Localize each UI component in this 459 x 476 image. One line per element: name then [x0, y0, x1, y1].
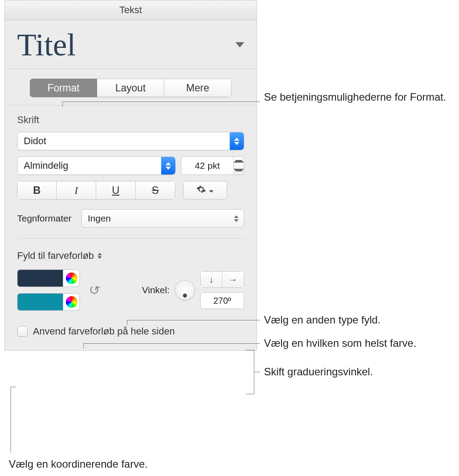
callout-leader — [62, 102, 260, 102]
font-section: Skrift Didot Almindelig 42 pkt — [5, 105, 257, 337]
gradient-color-1-swatch[interactable] — [17, 269, 63, 287]
color-wheel-icon — [66, 296, 77, 308]
callout-leader — [62, 102, 63, 107]
italic-icon: I — [75, 185, 78, 196]
underline-button[interactable]: U — [96, 181, 136, 200]
stepper-down-icon — [234, 169, 244, 171]
bold-icon: B — [33, 184, 40, 196]
callout-leader — [11, 387, 16, 387]
font-family-select[interactable]: Didot — [17, 132, 244, 150]
select-arrows-icon — [230, 132, 244, 150]
swap-colors-icon[interactable]: ↺ — [87, 281, 101, 299]
italic-button[interactable]: I — [57, 181, 96, 200]
text-style-group: B I U S — [17, 181, 175, 200]
apply-gradient-all-label: Anvend farveforløb på hele siden — [33, 326, 175, 337]
angle-label: Vinkel: — [142, 285, 170, 295]
callout-leader — [83, 343, 84, 349]
select-arrows-icon — [234, 215, 239, 222]
callout-leader — [246, 350, 254, 350]
gear-icon — [196, 185, 206, 196]
font-size-input[interactable]: 42 pkt — [181, 156, 234, 175]
callout-format: Se betjeningsmulighederne for Format. — [264, 90, 448, 104]
angle-input[interactable]: 270º — [200, 292, 244, 309]
character-styles-value: Ingen — [88, 213, 111, 224]
callout-leader — [127, 320, 127, 325]
chevron-down-icon[interactable] — [235, 42, 244, 47]
tab-segmented-control: Format Layout Mere — [30, 79, 231, 97]
character-styles-select[interactable]: Ingen — [81, 209, 244, 228]
color-picker-2-button[interactable] — [63, 293, 80, 311]
paragraph-style-label: Titel — [17, 29, 76, 61]
gradient-color-2-swatch[interactable] — [17, 293, 63, 311]
gradient-direction-right-button[interactable]: → — [222, 271, 244, 288]
callout-leader — [254, 350, 254, 394]
callout-leader — [11, 387, 11, 453]
arrow-down-icon: ↓ — [209, 275, 213, 285]
angle-knob[interactable] — [175, 280, 195, 300]
callout-leader — [83, 343, 260, 344]
strike-icon: S — [152, 184, 159, 196]
paragraph-style-row[interactable]: Titel — [5, 20, 257, 69]
tab-layout[interactable]: Layout — [97, 79, 164, 97]
arrow-right-icon: → — [229, 275, 238, 285]
font-size-stepper[interactable] — [234, 156, 244, 175]
panel-title: Tekst — [5, 0, 257, 20]
strike-button[interactable]: S — [136, 181, 175, 200]
fill-type-select[interactable]: Fyld til farveforløb — [17, 250, 244, 262]
font-weight-select[interactable]: Almindelig — [17, 156, 176, 175]
callout-fill-type: Vælg en anden type fyld. — [264, 313, 381, 327]
select-arrows-icon — [98, 253, 102, 259]
color-picker-1-button[interactable] — [63, 269, 80, 287]
font-weight-value: Almindelig — [24, 160, 69, 171]
callout-angle: Skift gradueringsvinkel. — [264, 365, 373, 379]
font-family-value: Didot — [24, 135, 46, 147]
apply-gradient-all-checkbox[interactable] — [17, 326, 28, 337]
character-styles-label: Tegnformater — [17, 213, 72, 224]
gradient-direction-down-button[interactable]: ↓ — [200, 271, 222, 288]
callout-leader — [127, 320, 260, 320]
color-wheel-icon — [66, 273, 77, 284]
inspector-panel: Tekst Titel Format Layout Mere Skrift Di… — [4, 0, 257, 351]
font-section-label: Skrift — [17, 114, 244, 126]
chevron-down-icon — [209, 185, 214, 196]
advanced-options-button[interactable] — [183, 181, 227, 200]
callout-any-color: Vælg en hvilken som helst farve. — [264, 336, 416, 350]
callout-coord-color: Vælg en koordinerende farve. — [9, 457, 148, 471]
stepper-up-icon — [234, 160, 244, 163]
callout-leader — [246, 394, 254, 394]
tab-more[interactable]: Mere — [164, 79, 231, 97]
tabs-row: Format Layout Mere — [5, 69, 257, 105]
gradient-controls: ↺ Vinkel: ↓ → 270º — [17, 269, 244, 311]
tab-format[interactable]: Format — [30, 79, 97, 97]
select-arrows-icon — [161, 157, 175, 174]
underline-icon: U — [112, 184, 119, 196]
bold-button[interactable]: B — [17, 181, 57, 200]
callout-leader — [254, 372, 260, 372]
fill-type-label: Fyld til farveforløb — [17, 250, 94, 262]
